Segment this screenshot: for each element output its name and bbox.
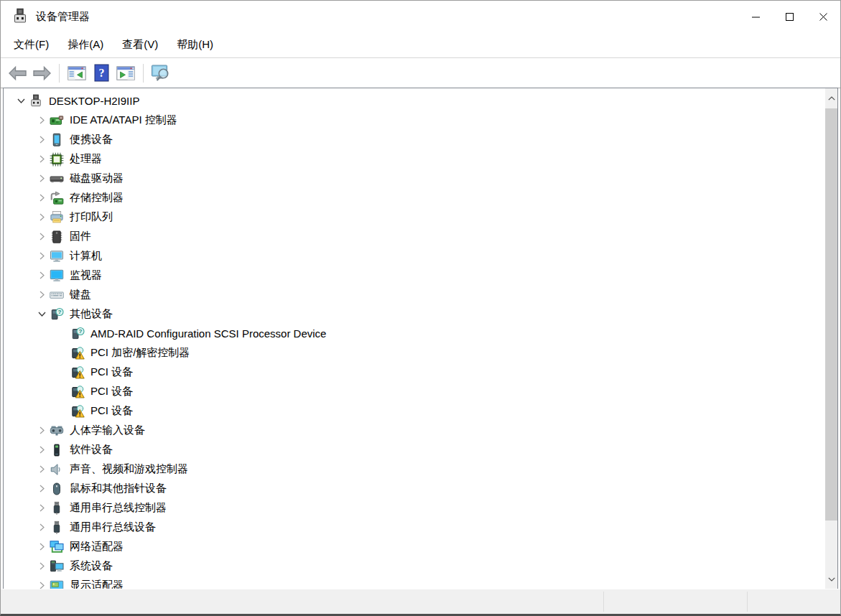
disk-drive-icon <box>50 172 64 186</box>
tree-item-label: 便携设备 <box>70 133 113 146</box>
toolbar: ? <box>1 58 840 88</box>
firmware-icon <box>50 230 64 244</box>
chevron-right-icon[interactable] <box>34 134 50 146</box>
tree-item[interactable]: 处理器 <box>4 149 825 169</box>
chevron-right-icon[interactable] <box>34 153 50 166</box>
chevron-right-icon[interactable] <box>34 463 50 476</box>
tree-item-label: PCI 设备 <box>90 365 133 379</box>
tree-item[interactable]: 打印队列 <box>4 207 825 227</box>
tree-item[interactable]: ?AMD-RAID Configuration SCSI Processor D… <box>4 324 825 343</box>
chevron-right-icon[interactable] <box>34 502 50 515</box>
tree-item[interactable]: 声音、视频和游戏控制器 <box>4 459 825 479</box>
svg-text:?: ? <box>79 328 83 335</box>
tree-item[interactable]: PCI 加密/解密控制器 <box>4 343 825 363</box>
tree-item[interactable]: PCI 设备 <box>4 382 825 401</box>
scrollbar-track[interactable] <box>825 108 837 569</box>
tree-item-label: AMD-RAID Configuration SCSI Processor De… <box>90 327 326 340</box>
chevron-right-icon[interactable] <box>34 269 50 282</box>
arrow-right-icon <box>32 65 52 81</box>
device-manager-icon <box>29 94 43 108</box>
scan-hardware-changes-button[interactable] <box>149 62 172 85</box>
chevron-right-icon[interactable] <box>34 521 50 534</box>
show-action-pane-button[interactable] <box>114 62 137 85</box>
tree-item[interactable]: 便携设备 <box>4 130 825 149</box>
tree-item-label: 系统设备 <box>70 559 113 573</box>
tree-item[interactable]: 系统设备 <box>4 556 825 576</box>
tree-item[interactable]: DESKTOP-H2I9IIP <box>4 91 825 111</box>
scroll-down-button[interactable] <box>825 569 837 589</box>
menu-item-file[interactable]: 文件(F) <box>14 38 49 52</box>
tree-item-label: 固件 <box>70 230 91 243</box>
show-console-tree-button[interactable] <box>65 62 88 85</box>
software-device-icon <box>50 443 64 457</box>
chevron-up-icon <box>828 96 835 101</box>
chevron-spacer <box>55 386 70 398</box>
tree-item[interactable]: 固件 <box>4 227 825 246</box>
tree-item-label: DESKTOP-H2I9IIP <box>49 95 139 107</box>
tree-item[interactable]: 监视器 <box>4 266 825 285</box>
tree-item[interactable]: 键盘 <box>4 285 825 304</box>
close-button[interactable] <box>807 1 840 32</box>
back-button[interactable] <box>6 62 29 85</box>
scrollbar-thumb[interactable] <box>825 108 837 521</box>
chevron-right-icon[interactable] <box>34 289 50 302</box>
chevron-right-icon[interactable] <box>34 192 50 205</box>
chevron-right-icon[interactable] <box>34 114 50 127</box>
tree-item-label: 显示适配器 <box>70 579 124 589</box>
menu-item-help[interactable]: 帮助(H) <box>177 38 213 52</box>
scroll-up-button[interactable] <box>825 88 837 108</box>
chevron-right-icon[interactable] <box>34 482 50 495</box>
svg-text:?: ? <box>98 67 104 79</box>
processor-icon <box>50 152 64 167</box>
chevron-right-icon[interactable] <box>34 250 50 263</box>
keyboard-icon <box>50 288 64 302</box>
tree-item-label: 处理器 <box>70 152 102 166</box>
tree-item-label: 计算机 <box>70 249 102 263</box>
sound-controller-icon <box>50 462 64 477</box>
unknown-device-icon: ? <box>50 307 64 322</box>
vertical-scrollbar[interactable] <box>825 88 837 589</box>
maximize-button[interactable] <box>773 1 807 32</box>
tree-item[interactable]: 磁盘驱动器 <box>4 169 825 188</box>
portable-device-icon <box>50 133 64 147</box>
tree-item[interactable]: 通用串行总线设备 <box>4 518 825 537</box>
window-title: 设备管理器 <box>36 10 90 24</box>
tree-item[interactable]: IDE ATA/ATAPI 控制器 <box>4 111 825 130</box>
device-manager-icon <box>11 8 29 25</box>
statusbar-divider <box>747 592 748 612</box>
tree-item[interactable]: 鼠标和其他指针设备 <box>4 479 825 498</box>
forward-button[interactable] <box>30 62 53 85</box>
help-button[interactable]: ? <box>90 62 113 85</box>
close-icon <box>819 12 828 22</box>
chevron-right-icon[interactable] <box>34 230 50 243</box>
tree-item[interactable]: 网络适配器 <box>4 537 825 556</box>
warning-device-icon <box>70 385 85 399</box>
tree-item[interactable]: 显示适配器 <box>4 576 825 589</box>
console-tree-icon <box>68 65 86 81</box>
tree-item[interactable]: 存储控制器 <box>4 188 825 207</box>
tree-item-label: 人体学输入设备 <box>70 424 145 437</box>
tree-item[interactable]: 人体学输入设备 <box>4 421 825 440</box>
chevron-spacer <box>55 347 70 360</box>
chevron-right-icon[interactable] <box>34 444 50 457</box>
chevron-right-icon[interactable] <box>34 560 50 573</box>
chevron-right-icon[interactable] <box>34 579 50 590</box>
menu-item-action[interactable]: 操作(A) <box>68 38 103 52</box>
device-manager-window: 设备管理器 文件(F) 操作(A) 查看(V) 帮助(H) <box>0 0 841 616</box>
tree-item[interactable]: ?其他设备 <box>4 304 825 324</box>
chevron-right-icon[interactable] <box>34 172 50 185</box>
menu-item-view[interactable]: 查看(V) <box>122 38 158 52</box>
chevron-right-icon[interactable] <box>34 541 50 554</box>
tree-item[interactable]: 计算机 <box>4 246 825 266</box>
tree-item[interactable]: PCI 设备 <box>4 363 825 382</box>
minimize-button[interactable] <box>739 1 773 32</box>
chevron-right-icon[interactable] <box>34 211 50 224</box>
tree-item[interactable]: 软件设备 <box>4 440 825 459</box>
toolbar-separator <box>59 64 60 83</box>
minimize-icon <box>751 12 761 22</box>
tree-item[interactable]: PCI 设备 <box>4 401 825 421</box>
chevron-down-icon[interactable] <box>13 95 29 108</box>
chevron-down-icon[interactable] <box>34 308 50 321</box>
tree-item[interactable]: 通用串行总线控制器 <box>4 498 825 518</box>
chevron-right-icon[interactable] <box>34 424 50 437</box>
